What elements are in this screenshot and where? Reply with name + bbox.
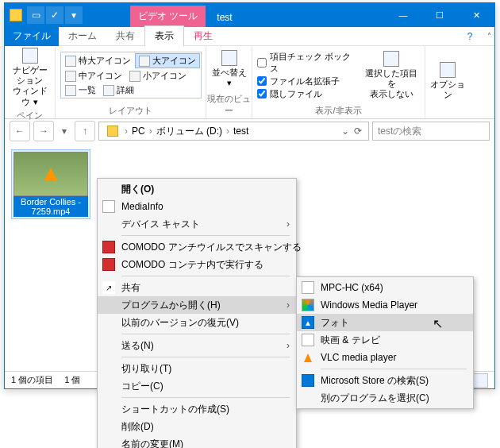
nav-pane-label: ナビゲーション ウィンドウ ▾ <box>10 65 50 107</box>
group-options: オプション <box>425 46 470 118</box>
chk1-input[interactable] <box>257 58 267 68</box>
layout-medium[interactable]: 中アイコン <box>62 69 125 83</box>
sm-wmp[interactable]: Windows Media Player <box>297 296 473 314</box>
group-showhide: 項目チェック ボックス ファイル名拡張子 隠しファイル 選択した項目を 表示しな… <box>252 46 425 118</box>
mi-comodo-scan[interactable]: COMODO アンチウイルスでスキャンする <box>98 238 296 256</box>
group-pane: ナビゲーション ウィンドウ ▾ ペイン <box>5 46 56 118</box>
group-layout: 特大アイコン 大アイコン 中アイコン 小アイコン 一覧 詳細 レイアウト <box>56 46 206 118</box>
crumb-folder[interactable]: test <box>231 126 251 137</box>
back-button[interactable]: ← <box>10 121 30 141</box>
forward-button[interactable]: → <box>33 121 54 141</box>
sm-movies-tv[interactable]: 映画 & テレビ <box>297 331 473 349</box>
search-placeholder: testの検索 <box>378 125 421 138</box>
layout-m-icon <box>65 71 76 82</box>
store-icon <box>302 374 314 387</box>
layout-xl-icon <box>65 56 76 67</box>
contextual-tab-video-tools[interactable]: ビデオ ツール <box>130 6 206 27</box>
mi-mediainfo[interactable]: MediaInfo <box>98 198 296 215</box>
chk3-input[interactable] <box>257 89 267 98</box>
up-button[interactable]: ↑ <box>75 121 95 141</box>
maximize-button[interactable]: ☐ <box>421 3 458 27</box>
close-button[interactable]: ✕ <box>458 3 494 27</box>
comodo-icon <box>102 241 115 253</box>
qat-dropdown-icon[interactable]: ▾ <box>65 6 83 24</box>
mediainfo-icon <box>102 200 115 213</box>
mi-rename[interactable]: 名前の変更(M) <box>98 435 296 448</box>
hide-icon <box>383 51 399 67</box>
tab-home[interactable]: ホーム <box>59 26 106 46</box>
sm-choose[interactable]: 別のプログラムを選択(C) <box>297 389 473 407</box>
tab-play[interactable]: 再生 <box>184 26 222 46</box>
chevron-right-icon: › <box>287 218 290 230</box>
tab-file[interactable]: ファイル <box>5 26 59 46</box>
layout-s-icon <box>129 71 140 82</box>
menu-separator <box>121 397 290 398</box>
movies-icon <box>302 334 314 346</box>
collapse-ribbon-icon[interactable]: ˄ <box>484 32 494 41</box>
chk-hidden[interactable]: 隠しファイル <box>257 88 359 100</box>
options-button[interactable]: オプション <box>430 62 465 100</box>
addr-folder-icon <box>107 126 118 137</box>
mi-send-to[interactable]: 送る(N)› <box>98 337 296 354</box>
history-dropdown[interactable]: ▾ <box>57 121 71 141</box>
title-tabs: ビデオ ツール test <box>130 3 240 27</box>
mi-delete[interactable]: 削除(D) <box>98 418 296 435</box>
chk-item-checkboxes[interactable]: 項目チェック ボックス <box>257 51 359 75</box>
sm-photos[interactable]: ▲フォト <box>297 314 473 331</box>
layout-large[interactable]: 大アイコン <box>135 53 200 68</box>
minimize-button[interactable]: — <box>385 3 421 27</box>
nav-pane-button[interactable]: ナビゲーション ウィンドウ ▾ <box>10 48 50 107</box>
layout-small[interactable]: 小アイコン <box>126 69 190 83</box>
tab-share[interactable]: 共有 <box>106 26 144 46</box>
mi-previous-versions[interactable]: 以前のバージョンの復元(V) <box>98 314 296 331</box>
photos-icon: ▲ <box>302 316 314 329</box>
quick-access-toolbar: ▭ ✓ ▾ <box>27 6 83 24</box>
nav-pane-icon <box>22 48 38 64</box>
qat-properties-icon[interactable]: ▭ <box>27 6 44 24</box>
tab-view[interactable]: 表示 <box>144 25 184 47</box>
layout-l-icon <box>139 56 150 67</box>
chk-extensions[interactable]: ファイル名拡張子 <box>257 75 359 87</box>
mi-share[interactable]: ↗共有 <box>98 279 296 296</box>
group-showhide-label: 表示/非表示 <box>252 104 425 118</box>
video-thumbnail <box>13 152 88 196</box>
mi-cut[interactable]: 切り取り(T) <box>98 360 296 377</box>
crumb-sep[interactable]: › <box>125 126 128 137</box>
addr-dropdown-icon[interactable]: ⌄ <box>341 126 349 137</box>
mi-open-with[interactable]: プログラムから開く(H)› <box>98 296 296 314</box>
crumb-sep[interactable]: › <box>226 126 229 137</box>
vlc-cone-icon <box>44 168 57 180</box>
layout-extra-large[interactable]: 特大アイコン <box>62 53 134 68</box>
hide-selected-button[interactable]: 選択した項目を 表示しない <box>363 51 420 100</box>
crumb-pc[interactable]: PC <box>129 126 148 137</box>
options-icon <box>440 62 456 78</box>
mi-open[interactable]: 開く(O) <box>98 180 296 198</box>
mi-copy[interactable]: コピー(C) <box>98 377 296 395</box>
crumb-sep[interactable]: › <box>149 126 152 137</box>
sm-store[interactable]: Microsoft Store の検索(S) <box>297 372 473 389</box>
chevron-right-icon: › <box>287 340 290 351</box>
ribbon-tabs: ファイル ホーム 共有 表示 再生 ? ˄ <box>5 27 494 46</box>
file-item[interactable]: Border Collies - 7259.mp4 <box>11 149 90 219</box>
qat-newfolder-icon[interactable]: ✓ <box>46 6 63 24</box>
addr-refresh-icon[interactable]: ⟳ <box>351 126 365 137</box>
layout-gallery[interactable]: 特大アイコン 大アイコン 中アイコン 小アイコン 一覧 詳細 <box>60 52 202 98</box>
sm-vlc[interactable]: VLC media player <box>297 349 473 366</box>
group-current-view: 並べ替え ▾ 現在のビュー <box>206 46 252 118</box>
mi-cast[interactable]: デバイス キャスト› <box>98 215 296 233</box>
mi-shortcut[interactable]: ショートカットの作成(S) <box>98 400 296 418</box>
folder-icon <box>10 9 22 21</box>
layout-list[interactable]: 一覧 <box>62 83 99 97</box>
search-box[interactable]: testの検索 <box>372 122 490 141</box>
sort-button[interactable]: 並べ替え ▾ <box>211 50 247 88</box>
share-icon: ↗ <box>102 281 115 294</box>
ribbon: ナビゲーション ウィンドウ ▾ ペイン 特大アイコン 大アイコン 中アイコン 小… <box>5 46 494 119</box>
chk2-input[interactable] <box>257 76 267 86</box>
layout-details[interactable]: 詳細 <box>100 83 137 97</box>
address-bar[interactable]: › PC › ボリューム (D:) › test ⌄ ⟳ <box>98 122 369 141</box>
menu-separator <box>121 276 290 276</box>
crumb-volume[interactable]: ボリューム (D:) <box>154 125 225 138</box>
sm-mpc[interactable]: MPC-HC (x64) <box>297 279 473 296</box>
mi-comodo-container[interactable]: COMODO コンテナ内で実行する <box>98 256 296 273</box>
help-button[interactable]: ? <box>459 28 481 45</box>
